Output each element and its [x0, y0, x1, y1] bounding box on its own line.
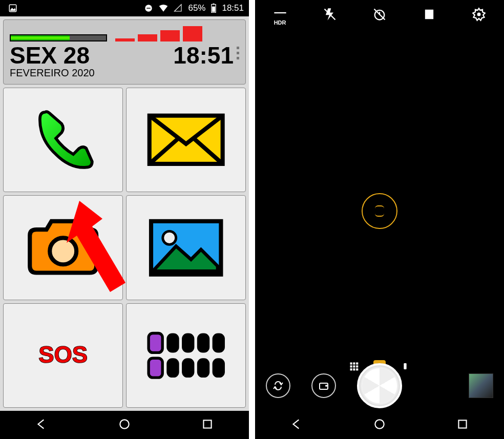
svg-rect-2 — [147, 8, 151, 9]
android-status-bar: 65% 18:51 — [0, 0, 249, 16]
svg-rect-20 — [166, 358, 179, 378]
timer-toggle[interactable] — [372, 7, 387, 24]
svg-point-9 — [50, 238, 76, 264]
nav-recent[interactable] — [201, 417, 214, 433]
date-time-widget[interactable]: SEX 28 FEVEREIRO 2020 18:51 — [3, 19, 246, 85]
svg-rect-23 — [212, 358, 224, 378]
camera-top-controls: HDR — [255, 0, 504, 31]
svg-rect-19 — [212, 333, 224, 353]
svg-rect-16 — [166, 333, 179, 353]
switch-camera-button[interactable] — [266, 373, 290, 398]
android-nav-bar — [0, 411, 249, 439]
svg-rect-14 — [149, 333, 162, 353]
svg-rect-22 — [197, 358, 209, 378]
svg-rect-5 — [213, 7, 216, 12]
nav-home[interactable] — [373, 417, 386, 433]
widget-time: 18:51 — [173, 44, 234, 67]
camera-icon — [22, 212, 104, 284]
apps-grid-icon — [144, 319, 227, 392]
svg-rect-15 — [149, 358, 162, 378]
svg-rect-21 — [182, 358, 194, 378]
nav-home[interactable] — [118, 417, 131, 433]
tile-camera[interactable] — [3, 195, 123, 300]
svg-point-46 — [325, 385, 327, 387]
shutter-button[interactable] — [357, 363, 402, 408]
sos-icon: SOS — [22, 319, 104, 392]
aspect-ratio-toggle[interactable] — [422, 7, 436, 24]
tile-phone[interactable] — [3, 88, 123, 192]
svg-point-12 — [163, 231, 176, 244]
svg-point-32 — [477, 13, 481, 16]
gallery-thumbnail[interactable] — [469, 373, 493, 398]
image-notification-icon — [8, 4, 17, 13]
dnd-icon — [144, 4, 153, 13]
svg-point-25 — [120, 420, 129, 428]
left-phone-screen: 65% 18:51 SEX 28 FEVEREIRO 2020 18:51 — [0, 0, 249, 439]
nav-recent[interactable] — [456, 417, 469, 433]
tile-gallery[interactable] — [126, 195, 246, 300]
svg-rect-18 — [197, 333, 209, 353]
launcher-home: SEX 28 FEVEREIRO 2020 18:51 — [0, 16, 249, 411]
signal-bars — [115, 25, 202, 41]
tile-sos[interactable]: SOS — [3, 303, 123, 408]
svg-point-47 — [375, 420, 384, 428]
gallery-icon — [144, 212, 227, 284]
svg-rect-26 — [203, 420, 211, 428]
nav-back[interactable] — [290, 417, 303, 433]
mail-icon — [144, 103, 227, 176]
svg-rect-17 — [182, 333, 194, 353]
android-nav-bar — [255, 411, 504, 439]
svg-rect-48 — [458, 420, 466, 428]
battery-icon — [211, 3, 217, 13]
focus-indicator — [362, 193, 397, 229]
right-phone-camera: HDR — [255, 0, 504, 439]
nav-back[interactable] — [35, 417, 48, 433]
month-year: FEVEREIRO 2020 — [10, 67, 95, 79]
status-bars — [10, 24, 239, 41]
weekday-day: SEX 28 — [10, 44, 95, 67]
svg-point-10 — [83, 235, 88, 240]
tile-mail[interactable] — [126, 88, 246, 192]
hdr-toggle[interactable]: HDR — [273, 6, 287, 26]
phone-icon — [22, 103, 104, 176]
wifi-icon — [158, 3, 169, 13]
widget-menu-icon[interactable] — [237, 44, 239, 59]
launcher-grid: SOS — [0, 88, 249, 411]
camera-bottom-controls — [255, 363, 504, 408]
battery-percent: 65% — [188, 3, 205, 13]
flash-toggle[interactable] — [323, 7, 337, 24]
status-time: 18:51 — [222, 3, 244, 13]
filters-button[interactable] — [311, 373, 336, 398]
battery-bar — [10, 34, 107, 41]
svg-text:SOS: SOS — [38, 342, 88, 368]
svg-rect-4 — [213, 4, 215, 5]
camera-settings[interactable] — [472, 7, 486, 24]
tile-apps[interactable] — [126, 303, 246, 408]
cell-signal-icon — [174, 4, 183, 13]
